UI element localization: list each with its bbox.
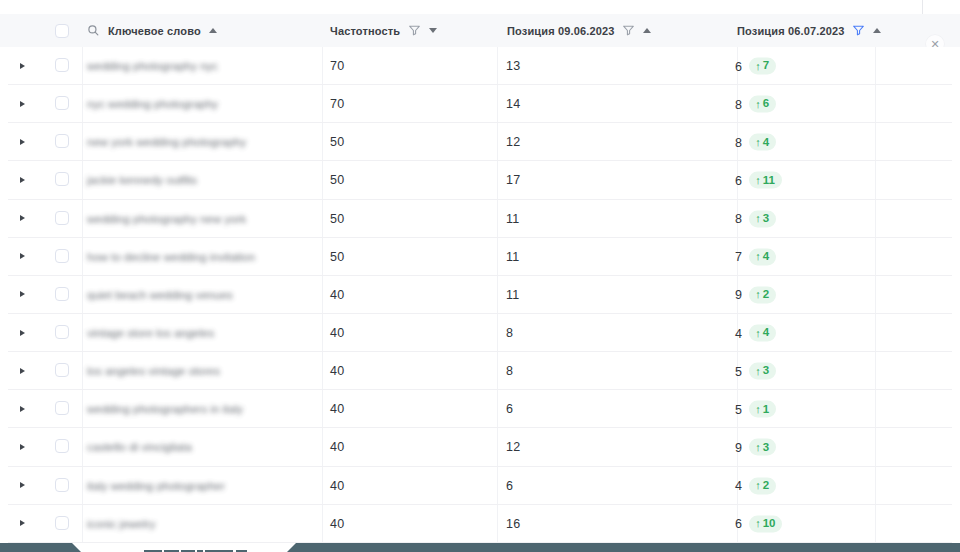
frequency-cell: 50 — [330, 250, 344, 264]
keyword-column-label[interactable]: Ключевое слово — [108, 25, 201, 37]
position-change-badge: ↑ 3 — [749, 363, 776, 380]
position-change-badge: ↑ 3 — [749, 439, 776, 456]
expand-row-arrow-icon[interactable] — [20, 444, 25, 450]
position-change-badge: ↑ 1 — [749, 401, 776, 418]
row-checkbox[interactable] — [55, 134, 69, 148]
keyword-cell[interactable]: nyc wedding photography — [87, 98, 218, 110]
row-checkbox[interactable] — [55, 516, 69, 530]
position-change-value: 1 — [763, 403, 769, 415]
position-before-cell: 13 — [506, 59, 520, 73]
row-checkbox-wrap — [55, 134, 69, 152]
row-checkbox[interactable] — [55, 363, 69, 377]
keyword-cell[interactable]: italy wedding photographer — [87, 480, 225, 492]
expand-row-arrow-icon[interactable] — [20, 406, 25, 412]
row-checkbox-wrap — [55, 478, 69, 496]
position-after-cell: 4 ↑ 2 — [735, 477, 776, 494]
row-checkbox-wrap — [55, 211, 69, 229]
expand-row-arrow-icon[interactable] — [20, 253, 25, 259]
row-checkbox[interactable] — [55, 172, 69, 186]
position-change-value: 11 — [763, 174, 775, 186]
keyword-cell[interactable]: wedding photography new york — [87, 213, 246, 225]
keywords-positions-table: Ключевое слово Частотность Позиция 09.06… — [0, 0, 960, 552]
sort-desc-icon[interactable] — [429, 28, 437, 33]
position-after-cell: 5 ↑ 3 — [735, 363, 776, 380]
keyword-cell[interactable]: new york wedding photography — [87, 136, 246, 148]
row-checkbox[interactable] — [55, 401, 69, 415]
arrow-up-icon: ↑ — [755, 213, 761, 224]
table-row: wedding photography nyc 70 13 6 ↑ 7 — [0, 47, 960, 85]
arrow-up-icon: ↑ — [755, 365, 761, 376]
expand-row-arrow-icon[interactable] — [20, 482, 25, 488]
row-checkbox[interactable] — [55, 58, 69, 72]
position-change-badge: ↑ 7 — [749, 58, 776, 75]
search-icon[interactable] — [87, 24, 100, 37]
row-checkbox[interactable] — [55, 287, 69, 301]
row-checkbox[interactable] — [55, 211, 69, 225]
position-after-cell: 8 ↑ 3 — [735, 210, 776, 227]
table-row: vintage store los angeles 40 8 4 ↑ 4 — [0, 314, 960, 352]
position-before-cell: 14 — [506, 97, 520, 111]
keyword-cell[interactable]: iconic jewelry — [87, 518, 155, 530]
table-row: castello di vincigliata 40 12 9 ↑ 3 — [0, 428, 960, 466]
keyword-cell[interactable]: wedding photography nyc — [87, 60, 218, 72]
expand-row-arrow-icon[interactable] — [20, 291, 25, 297]
row-checkbox[interactable] — [55, 96, 69, 110]
row-checkbox-wrap — [55, 516, 69, 534]
position-after-value: 8 — [735, 135, 742, 149]
keyword-cell[interactable]: wedding photographers in italy — [87, 403, 243, 415]
arrow-up-icon: ↑ — [755, 174, 761, 185]
column-header-position-before: Позиция 09.06.2023 — [507, 14, 651, 47]
table-row: italy wedding photographer 40 6 4 ↑ 2 — [0, 467, 960, 505]
sort-asc-icon[interactable] — [643, 28, 651, 33]
row-checkbox[interactable] — [55, 478, 69, 492]
expand-row-arrow-icon[interactable] — [20, 101, 25, 107]
position-change-value: 4 — [763, 251, 769, 263]
keyword-cell[interactable]: castello di vincigliata — [87, 441, 192, 453]
sort-asc-icon[interactable] — [873, 28, 881, 33]
row-checkbox[interactable] — [55, 439, 69, 453]
arrow-up-icon: ↑ — [755, 289, 761, 300]
expand-row-arrow-icon[interactable] — [20, 177, 25, 183]
position-after-value: 6 — [735, 173, 742, 187]
row-checkbox-wrap — [55, 287, 69, 305]
position-change-value: 4 — [763, 136, 769, 148]
frequency-column-label[interactable]: Частотность — [330, 25, 400, 37]
sort-asc-icon[interactable] — [209, 28, 217, 33]
frequency-cell: 40 — [330, 402, 344, 416]
filter-funnel-icon[interactable] — [408, 24, 421, 37]
table-row: wedding photographers in italy 40 6 5 ↑ … — [0, 390, 960, 428]
arrow-up-icon: ↑ — [755, 480, 761, 491]
keyword-cell[interactable]: quiet beach wedding venues — [87, 289, 233, 301]
table-row: jackie kennedy outfits 50 17 6 ↑ 11 — [0, 161, 960, 199]
keyword-cell[interactable]: vintage store los angeles — [87, 327, 214, 339]
expand-row-arrow-icon[interactable] — [20, 330, 25, 336]
keyword-cell[interactable]: how to decline wedding invitation — [87, 251, 255, 263]
position-change-badge: ↑ 4 — [749, 248, 776, 265]
keyword-cell[interactable]: jackie kennedy outfits — [87, 174, 197, 186]
filter-funnel-active-icon[interactable] — [852, 24, 865, 37]
expand-row-arrow-icon[interactable] — [20, 139, 25, 145]
row-checkbox-wrap — [55, 96, 69, 114]
row-checkbox[interactable] — [55, 249, 69, 263]
table-row: how to decline wedding invitation 50 11 … — [0, 238, 960, 276]
position-before-column-label[interactable]: Позиция 09.06.2023 — [507, 25, 614, 37]
position-after-column-label[interactable]: Позиция 06.07.2023 — [737, 25, 844, 37]
row-checkbox-wrap — [55, 249, 69, 267]
column-header-position-after: Позиция 06.07.2023 — [737, 14, 881, 47]
row-checkbox-wrap — [55, 401, 69, 419]
frequency-cell: 50 — [330, 135, 344, 149]
expand-row-arrow-icon[interactable] — [20, 63, 25, 69]
position-change-badge: ↑ 11 — [749, 172, 782, 189]
expand-row-arrow-icon[interactable] — [20, 368, 25, 374]
frequency-cell: 40 — [330, 440, 344, 454]
row-checkbox[interactable] — [55, 325, 69, 339]
keyword-cell[interactable]: los angeles vintage stores — [87, 365, 220, 377]
expand-row-arrow-icon[interactable] — [20, 215, 25, 221]
position-before-cell: 6 — [506, 402, 513, 416]
position-change-value: 3 — [763, 441, 769, 453]
frequency-cell: 50 — [330, 212, 344, 226]
select-all-checkbox[interactable] — [55, 24, 69, 38]
filter-funnel-icon[interactable] — [622, 24, 635, 37]
table-row: wedding photography new york 50 11 8 ↑ 3 — [0, 200, 960, 238]
expand-row-arrow-icon[interactable] — [20, 520, 25, 526]
